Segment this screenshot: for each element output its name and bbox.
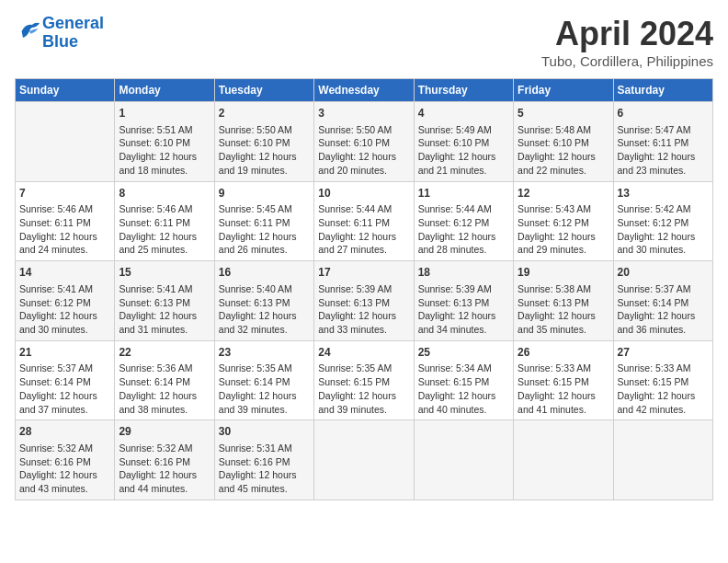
cell-info: Sunrise: 5:39 AM Sunset: 6:13 PM Dayligh…: [318, 282, 409, 337]
calendar-cell: 23Sunrise: 5:35 AM Sunset: 6:14 PM Dayli…: [214, 340, 313, 420]
cell-info: Sunrise: 5:35 AM Sunset: 6:15 PM Dayligh…: [318, 362, 409, 416]
cell-info: Sunrise: 5:46 AM Sunset: 6:11 PM Dayligh…: [119, 202, 210, 257]
day-number: 21: [19, 345, 110, 361]
calendar-table: SundayMondayTuesdayWednesdayThursdayFrid…: [15, 78, 713, 500]
calendar-cell: 20Sunrise: 5:37 AM Sunset: 6:14 PM Dayli…: [613, 261, 712, 341]
calendar-cell: 30Sunrise: 5:31 AM Sunset: 6:16 PM Dayli…: [214, 420, 313, 500]
day-number: 10: [318, 186, 409, 201]
title-block: April 2024 Tubo, Cordillera, Philippines: [541, 15, 713, 69]
cell-info: Sunrise: 5:48 AM Sunset: 6:10 PM Dayligh…: [518, 123, 609, 178]
calendar-week-row: 28Sunrise: 5:32 AM Sunset: 6:16 PM Dayli…: [16, 420, 713, 500]
calendar-cell: 10Sunrise: 5:44 AM Sunset: 6:11 PM Dayli…: [314, 181, 414, 261]
column-header-sunday: Sunday: [16, 79, 115, 102]
calendar-cell: 25Sunrise: 5:34 AM Sunset: 6:15 PM Dayli…: [414, 340, 513, 420]
cell-info: Sunrise: 5:42 AM Sunset: 6:12 PM Dayligh…: [618, 202, 709, 257]
cell-info: Sunrise: 5:45 AM Sunset: 6:11 PM Dayligh…: [219, 202, 310, 257]
cell-info: Sunrise: 5:35 AM Sunset: 6:14 PM Dayligh…: [219, 362, 310, 416]
day-number: 9: [219, 186, 310, 201]
calendar-cell: 28Sunrise: 5:32 AM Sunset: 6:16 PM Dayli…: [16, 420, 115, 500]
day-number: 6: [618, 106, 709, 121]
cell-info: Sunrise: 5:32 AM Sunset: 6:16 PM Dayligh…: [119, 442, 210, 496]
calendar-week-row: 14Sunrise: 5:41 AM Sunset: 6:12 PM Dayli…: [16, 261, 713, 341]
calendar-week-row: 21Sunrise: 5:37 AM Sunset: 6:14 PM Dayli…: [16, 340, 713, 420]
calendar-cell: 29Sunrise: 5:32 AM Sunset: 6:16 PM Dayli…: [115, 420, 214, 500]
day-number: 30: [219, 424, 310, 440]
calendar-week-row: 7Sunrise: 5:46 AM Sunset: 6:11 PM Daylig…: [16, 181, 713, 261]
calendar-cell: 3Sunrise: 5:50 AM Sunset: 6:10 PM Daylig…: [314, 102, 414, 182]
calendar-header-row: SundayMondayTuesdayWednesdayThursdayFrid…: [16, 79, 713, 102]
cell-info: Sunrise: 5:46 AM Sunset: 6:11 PM Dayligh…: [19, 202, 110, 257]
cell-info: Sunrise: 5:44 AM Sunset: 6:12 PM Dayligh…: [418, 202, 509, 257]
calendar-cell: 12Sunrise: 5:43 AM Sunset: 6:12 PM Dayli…: [514, 181, 613, 261]
calendar-cell: 22Sunrise: 5:36 AM Sunset: 6:14 PM Dayli…: [115, 340, 214, 420]
calendar-cell: 21Sunrise: 5:37 AM Sunset: 6:14 PM Dayli…: [16, 340, 115, 420]
column-header-thursday: Thursday: [414, 79, 513, 102]
cell-info: Sunrise: 5:36 AM Sunset: 6:14 PM Dayligh…: [119, 362, 210, 416]
cell-info: Sunrise: 5:49 AM Sunset: 6:10 PM Dayligh…: [418, 123, 509, 178]
day-number: 2: [219, 106, 310, 121]
calendar-cell: 19Sunrise: 5:38 AM Sunset: 6:13 PM Dayli…: [514, 261, 613, 341]
cell-info: Sunrise: 5:41 AM Sunset: 6:12 PM Dayligh…: [19, 282, 110, 337]
calendar-cell: [514, 420, 613, 500]
calendar-cell: 27Sunrise: 5:33 AM Sunset: 6:15 PM Dayli…: [613, 340, 712, 420]
page-header: General Blue April 2024 Tubo, Cordillera…: [15, 15, 713, 69]
column-header-friday: Friday: [514, 79, 613, 102]
cell-info: Sunrise: 5:41 AM Sunset: 6:13 PM Dayligh…: [119, 282, 210, 337]
day-number: 23: [219, 345, 310, 361]
day-number: 4: [418, 106, 509, 121]
cell-info: Sunrise: 5:34 AM Sunset: 6:15 PM Dayligh…: [418, 362, 509, 416]
calendar-cell: 14Sunrise: 5:41 AM Sunset: 6:12 PM Dayli…: [16, 261, 115, 341]
calendar-cell: 8Sunrise: 5:46 AM Sunset: 6:11 PM Daylig…: [115, 181, 214, 261]
day-number: 14: [19, 265, 110, 281]
calendar-cell: 9Sunrise: 5:45 AM Sunset: 6:11 PM Daylig…: [214, 181, 313, 261]
cell-info: Sunrise: 5:40 AM Sunset: 6:13 PM Dayligh…: [219, 282, 310, 337]
calendar-cell: 13Sunrise: 5:42 AM Sunset: 6:12 PM Dayli…: [613, 181, 712, 261]
cell-info: Sunrise: 5:50 AM Sunset: 6:10 PM Dayligh…: [318, 123, 409, 178]
day-number: 5: [518, 106, 609, 121]
day-number: 20: [618, 265, 709, 281]
column-header-monday: Monday: [115, 79, 214, 102]
day-number: 13: [618, 186, 709, 201]
logo-icon: [17, 18, 42, 44]
calendar-cell: 18Sunrise: 5:39 AM Sunset: 6:13 PM Dayli…: [414, 261, 513, 341]
day-number: 16: [219, 265, 310, 281]
cell-info: Sunrise: 5:37 AM Sunset: 6:14 PM Dayligh…: [19, 362, 110, 416]
day-number: 18: [418, 265, 509, 281]
logo: General Blue: [15, 15, 104, 52]
day-number: 28: [19, 424, 110, 440]
calendar-cell: 16Sunrise: 5:40 AM Sunset: 6:13 PM Dayli…: [214, 261, 313, 341]
cell-info: Sunrise: 5:51 AM Sunset: 6:10 PM Dayligh…: [119, 123, 210, 178]
logo-text: General Blue: [42, 15, 104, 52]
cell-info: Sunrise: 5:39 AM Sunset: 6:13 PM Dayligh…: [418, 282, 509, 337]
main-title: April 2024: [541, 15, 713, 53]
calendar-week-row: 1Sunrise: 5:51 AM Sunset: 6:10 PM Daylig…: [16, 102, 713, 182]
day-number: 7: [19, 186, 110, 201]
calendar-cell: 24Sunrise: 5:35 AM Sunset: 6:15 PM Dayli…: [314, 340, 414, 420]
day-number: 25: [418, 345, 509, 361]
day-number: 12: [518, 186, 609, 201]
cell-info: Sunrise: 5:37 AM Sunset: 6:14 PM Dayligh…: [618, 282, 709, 337]
cell-info: Sunrise: 5:33 AM Sunset: 6:15 PM Dayligh…: [618, 362, 709, 416]
cell-info: Sunrise: 5:43 AM Sunset: 6:12 PM Dayligh…: [518, 202, 609, 257]
subtitle: Tubo, Cordillera, Philippines: [541, 53, 713, 69]
cell-info: Sunrise: 5:50 AM Sunset: 6:10 PM Dayligh…: [219, 123, 310, 178]
day-number: 19: [518, 265, 609, 281]
calendar-cell: [613, 420, 712, 500]
calendar-cell: 6Sunrise: 5:47 AM Sunset: 6:11 PM Daylig…: [613, 102, 712, 182]
cell-info: Sunrise: 5:32 AM Sunset: 6:16 PM Dayligh…: [19, 442, 110, 496]
calendar-cell: 7Sunrise: 5:46 AM Sunset: 6:11 PM Daylig…: [16, 181, 115, 261]
cell-info: Sunrise: 5:31 AM Sunset: 6:16 PM Dayligh…: [219, 442, 310, 496]
calendar-cell: 17Sunrise: 5:39 AM Sunset: 6:13 PM Dayli…: [314, 261, 414, 341]
day-number: 29: [119, 424, 210, 440]
calendar-cell: [16, 102, 115, 182]
day-number: 11: [418, 186, 509, 201]
cell-info: Sunrise: 5:33 AM Sunset: 6:15 PM Dayligh…: [518, 362, 609, 416]
day-number: 26: [518, 345, 609, 361]
calendar-cell: 26Sunrise: 5:33 AM Sunset: 6:15 PM Dayli…: [514, 340, 613, 420]
calendar-cell: 15Sunrise: 5:41 AM Sunset: 6:13 PM Dayli…: [115, 261, 214, 341]
day-number: 15: [119, 265, 210, 281]
day-number: 24: [318, 345, 409, 361]
day-number: 1: [119, 106, 210, 121]
column-header-wednesday: Wednesday: [314, 79, 414, 102]
calendar-cell: 11Sunrise: 5:44 AM Sunset: 6:12 PM Dayli…: [414, 181, 513, 261]
